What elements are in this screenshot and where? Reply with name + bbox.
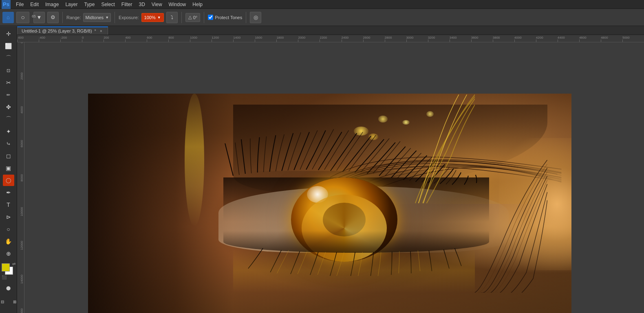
separator-4 [204,12,204,23]
ruler-horizontal: -600-400-2000200400600800100012001400160… [17,35,644,42]
screen-mode-group: ⊟ ⊞ [0,296,17,307]
protect-tones-label: Protect Tones [215,15,242,20]
move-tool[interactable]: ✛ [3,28,14,39]
ruler-tick-line-6 [147,39,147,42]
angle-value: 0° [193,15,198,20]
angle-triangle-icon: △ [188,15,192,20]
menu-select[interactable]: Select [98,1,117,8]
menu-help[interactable]: Help [190,1,205,8]
menu-view[interactable]: View [149,1,165,8]
airbrush-toggle[interactable]: ⤵ [166,12,178,23]
brush-tool-button[interactable]: ○ [16,12,29,23]
dodge-tool[interactable]: ◯ [3,175,14,186]
history-brush-tool[interactable]: ⤷ [3,138,14,149]
crop-tool[interactable]: ✂ [3,77,14,88]
ruler-tick-26: 4600 [579,36,587,39]
golden-eyebrow-streaks [378,94,475,204]
golden-light-streak [185,94,204,226]
vruler-tick-2: 4000 [20,106,24,114]
exposure-label: Exposure: [119,15,139,20]
menu-layer[interactable]: Layer [62,1,80,8]
separator-2 [115,12,115,23]
spot-heal-tool[interactable]: ✤ [3,101,14,113]
lasso-tool[interactable]: ⌒ [3,53,14,64]
ruler-tick-line-10 [233,39,234,42]
eyedropper-tool[interactable]: ✏ [3,89,14,101]
swap-colors-icon[interactable]: ⇄ [12,262,15,266]
canvas-area [24,42,644,313]
path-select-tool[interactable]: ⊳ [3,211,14,223]
hand-tool[interactable]: ✋ [3,236,14,247]
ruler-tick-line-27 [601,39,601,42]
clone-stamp-tool[interactable]: ✦ [3,126,14,137]
protect-tones-checkbox[interactable] [208,15,213,20]
target-button[interactable]: ◎ [250,12,261,23]
ruler-tick-16: 2600 [363,36,371,39]
exposure-chevron-icon: ▼ [157,15,161,20]
ruler-tick-line-24 [536,39,536,42]
brush-tool[interactable]: ⌒ [3,114,14,125]
ruler-tick-20: 3400 [450,36,457,39]
menu-edit[interactable]: Edit [27,1,42,8]
ruler-tick-27: 4800 [601,36,608,39]
rect-select-tool[interactable]: ⬜ [3,40,14,52]
tab-bar: Untitled-1 @ 25% (Layer 3, RGB/8) * × [17,26,644,35]
ruler-tick-25: 4400 [558,36,565,39]
range-dropdown[interactable]: Midtones ▼ [83,13,111,22]
gradient-tool[interactable]: ▣ [3,162,14,174]
ruler-tick-24: 4200 [536,36,543,39]
document-tab[interactable]: Untitled-1 @ 25% (Layer 3, RGB/8) * × [17,26,108,35]
menu-file[interactable]: File [13,1,26,8]
eraser-tool[interactable]: ◻ [3,150,14,162]
ruler-tick-12: 1800 [276,36,284,39]
ruler-tick-line-11 [255,39,255,42]
ruler-tick-line-9 [212,39,212,42]
ruler-tick-line-1 [39,39,39,42]
ruler-tick-line-23 [514,39,515,42]
vruler-tick-1: 2000 [20,72,24,80]
brush-settings-button[interactable]: ⚙ [47,12,59,23]
app-logo: Ps [2,0,11,9]
menu-image[interactable]: Image [42,1,62,8]
text-tool[interactable]: T [3,199,14,210]
magic-wand-tool[interactable]: ⊡ [3,65,14,76]
brush-tool-group: ○ 65 [16,12,31,23]
golden-streaks-svg [378,94,475,204]
exposure-input[interactable]: 100% ▼ [141,13,164,22]
shape-tool[interactable]: ○ [3,223,14,235]
separator-5 [246,12,246,23]
vruler-tick-0: 0 [20,42,24,43]
tab-close-button[interactable]: × [99,28,104,33]
menu-window[interactable]: Window [166,1,189,8]
color-swatches-area: ⇄ ⬛ [2,263,15,280]
vruler-tick-3: 6000 [20,140,24,147]
ruler-tick-line-28 [622,39,623,42]
ruler-tick-9: 1200 [212,36,219,39]
ruler-tick-line-8 [190,39,190,42]
ruler-tick-7: 800 [168,36,174,39]
exposure-value: 100% [144,15,156,20]
ruler-tick-19: 3200 [428,36,435,39]
reset-colors-icon[interactable]: ⬛ [2,275,7,280]
menu-3d[interactable]: 3D [136,1,148,8]
separator-3 [181,12,182,23]
screen-mode-button[interactable]: ⊟ [0,296,8,307]
brush-preset-icon: ▼ [37,14,42,20]
ruler-tick-line-0 [17,39,18,42]
angle-input[interactable]: △ 0° [185,13,201,22]
ruler-tick-line-17 [385,39,385,42]
zoom-tool[interactable]: ⊕ [3,248,14,259]
menu-filter[interactable]: Filter [119,1,135,8]
ruler-tick-1: -400 [39,36,45,39]
pen-tool[interactable]: ✒ [3,187,14,198]
canvas-image[interactable] [88,94,571,313]
artboard-button[interactable]: ⊞ [9,296,18,307]
home-button[interactable]: ⌂ [2,12,14,23]
ruler-tick-18: 3000 [406,36,414,39]
quick-mask-button[interactable]: ⬤ [3,282,14,293]
ruler-tick-10: 1400 [233,36,240,39]
ruler-tick-line-7 [168,39,169,42]
foreground-color-swatch[interactable] [2,263,10,271]
ruler-tick-23: 4000 [514,36,522,39]
menu-type[interactable]: Type [81,1,97,8]
